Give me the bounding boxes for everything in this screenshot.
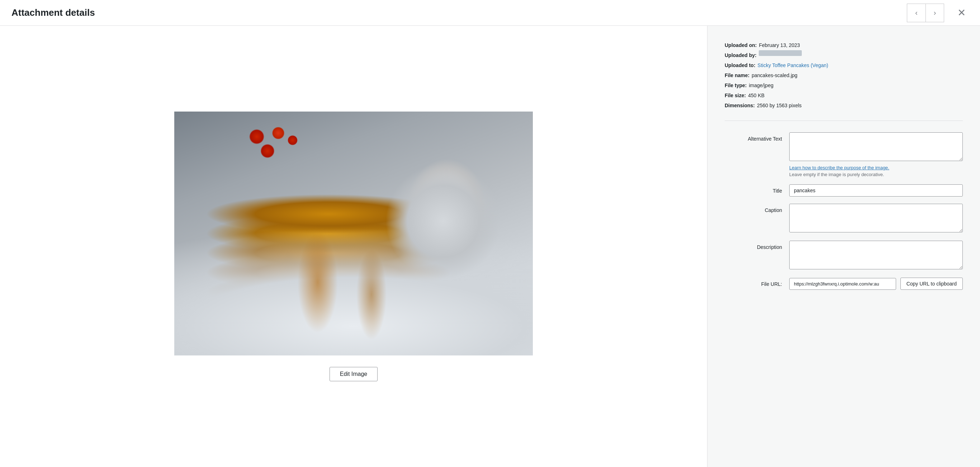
image-wrapper [174,112,533,355]
file-url-input[interactable] [789,278,896,290]
modal-nav: ‹ › [907,3,944,22]
edit-image-button[interactable]: Edit Image [329,367,378,381]
uploaded-to-label: Uploaded to: [725,60,756,70]
uploaded-to-link[interactable]: Sticky Toffee Pancakes (Vegan) [758,60,828,70]
dimensions-label: Dimensions: [725,100,755,110]
copy-url-button[interactable]: Copy URL to clipboard [900,277,963,290]
dimensions-value: 2560 by 1563 pixels [757,100,802,110]
description-label: Description [725,241,782,250]
alt-text-row: Alternative Text Learn how to describe t… [725,132,963,177]
title-row: Title [725,184,963,196]
uploaded-on-label: Uploaded on: [725,40,757,50]
file-name-value: pancakes-scaled.jpg [752,70,797,80]
attachment-details-modal: Attachment details ‹ › ✕ Edit Image Uplo… [0,0,980,467]
alt-text-hint: Learn how to describe the purpose of the… [789,165,963,171]
alt-text-hint-link[interactable]: Learn how to describe the purpose of the… [789,165,889,171]
file-size-row: File size: 450 KB [725,90,963,100]
caption-field [789,204,963,234]
description-row: Description [725,241,963,271]
alt-text-hint-plain: Leave empty if the image is purely decor… [789,172,963,177]
file-url-field: Copy URL to clipboard [789,277,963,290]
nav-prev-button[interactable]: ‹ [907,3,926,22]
dimensions-row: Dimensions: 2560 by 1563 pixels [725,100,963,110]
title-label: Title [725,184,782,194]
details-panel: Uploaded on: February 13, 2023 Uploaded … [708,26,980,467]
attachment-form: Alternative Text Learn how to describe t… [725,132,963,290]
uploaded-to-row: Uploaded to: Sticky Toffee Pancakes (Veg… [725,60,963,70]
file-size-value: 450 KB [748,90,765,100]
alt-text-label: Alternative Text [725,132,782,142]
file-url-input-row: Copy URL to clipboard [789,277,963,290]
attachment-image [174,112,533,355]
file-url-row: File URL: Copy URL to clipboard [725,277,963,290]
file-url-label: File URL: [725,277,782,287]
caption-row: Caption [725,204,963,234]
file-info: Uploaded on: February 13, 2023 Uploaded … [725,40,963,121]
modal-title: Attachment details [11,7,95,18]
caption-input[interactable] [789,204,963,233]
modal-body: Edit Image Uploaded on: February 13, 202… [0,26,980,467]
modal-header: Attachment details ‹ › ✕ [0,0,980,26]
image-panel: Edit Image [0,26,708,467]
file-type-value: image/jpeg [749,80,773,90]
description-field [789,241,963,271]
title-field [789,184,963,196]
uploaded-by-value [759,50,802,56]
uploaded-by-row: Uploaded by: [725,50,963,60]
title-input[interactable] [789,184,963,196]
uploaded-by-label: Uploaded by: [725,50,757,60]
uploaded-on-row: Uploaded on: February 13, 2023 [725,40,963,50]
alt-text-field: Learn how to describe the purpose of the… [789,132,963,177]
file-name-row: File name: pancakes-scaled.jpg [725,70,963,80]
modal-close-button[interactable]: ✕ [955,6,969,19]
description-input[interactable] [789,241,963,269]
nav-next-button[interactable]: › [926,3,944,22]
file-name-label: File name: [725,70,749,80]
alt-text-input[interactable] [789,132,963,161]
file-type-label: File type: [725,80,746,90]
file-size-label: File size: [725,90,746,100]
uploaded-on-value: February 13, 2023 [759,40,800,50]
caption-label: Caption [725,204,782,213]
file-type-row: File type: image/jpeg [725,80,963,90]
